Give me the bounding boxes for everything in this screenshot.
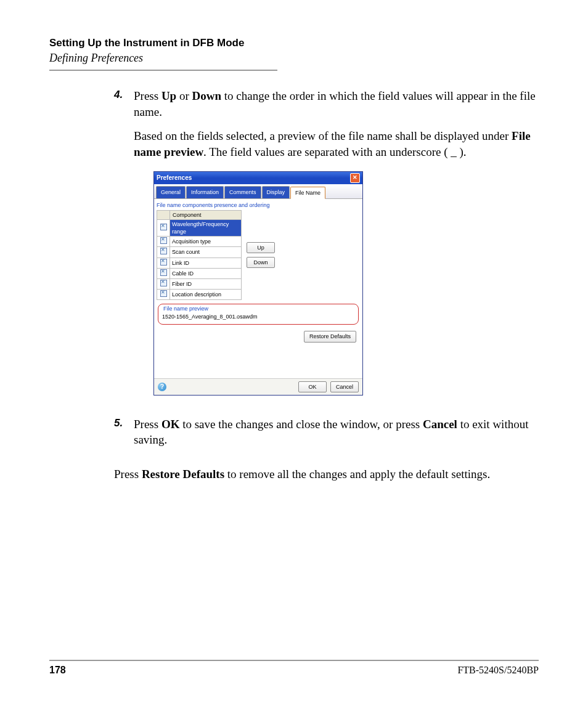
table-row[interactable]: Acquisition type (157, 237, 242, 247)
components-table[interactable]: Component Wavelength/Frequency rangeAcqu… (157, 210, 242, 300)
preview-value: 1520-1565_Averaging_8_001.osawdm (162, 313, 354, 320)
tabstrip: GeneralInformationCommentsDisplayFile Na… (154, 184, 362, 199)
checkbox-icon[interactable] (160, 259, 167, 266)
step-4: 4. Press Up or Down to change the order … (114, 88, 539, 407)
text: Press (134, 89, 161, 102)
text: to save the changes and close the window… (179, 418, 423, 431)
panel-label: File name components presence and orderi… (157, 201, 360, 209)
checkbox-icon[interactable] (160, 290, 167, 297)
cancel-button[interactable]: Cancel (330, 381, 359, 392)
component-label: Link ID (170, 258, 242, 268)
component-label: Acquisition type (170, 237, 242, 247)
ok-button[interactable]: OK (298, 381, 327, 392)
bold-restore: Restore Defaults (142, 468, 224, 481)
step-5-para: Press OK to save the changes and close t… (134, 416, 539, 448)
checkbox-icon[interactable] (160, 248, 167, 254)
dialog-footer: ? OK Cancel (154, 378, 362, 395)
component-label: Cable ID (170, 268, 242, 278)
step-number: 5. (114, 416, 134, 456)
dialog-title: Preferences (157, 174, 192, 182)
bold-ok: OK (161, 418, 180, 431)
component-label: Scan count (170, 247, 242, 258)
subsection-title: Defining Preferences (49, 52, 539, 65)
column-header: Component (170, 210, 242, 219)
up-button[interactable]: Up (247, 242, 275, 253)
section-title: Setting Up the Instrument in DFB Mode (49, 37, 539, 49)
step-number: 4. (114, 88, 134, 407)
text: . The field values are separated with an… (203, 145, 466, 158)
header-rule (49, 70, 277, 71)
text: or (176, 89, 192, 102)
step-4-para-1: Press Up or Down to change the order in … (134, 88, 539, 120)
checkbox-icon[interactable] (160, 280, 167, 286)
filename-preview-box: File name preview 1520-1565_Averaging_8_… (158, 304, 359, 325)
down-button[interactable]: Down (247, 257, 275, 268)
component-label: Wavelength/Frequency range (170, 219, 242, 236)
footer-rule (49, 660, 539, 661)
table-row[interactable]: Scan count (157, 247, 242, 258)
preview-legend: File name preview (162, 305, 210, 312)
table-row[interactable]: Cable ID (157, 268, 242, 278)
document-id: FTB-5240S/5240BP (457, 665, 539, 676)
tab-comments[interactable]: Comments (224, 186, 261, 198)
table-row[interactable]: Wavelength/Frequency range (157, 219, 242, 236)
checkbox-icon[interactable] (160, 224, 167, 230)
tab-file-name[interactable]: File Name (290, 187, 325, 199)
bold-cancel: Cancel (423, 418, 457, 431)
bold-up: Up (161, 89, 176, 102)
table-row[interactable]: Location description (157, 289, 242, 299)
page-number: 178 (49, 665, 66, 676)
text: Based on the fields selected, a preview … (134, 129, 512, 142)
text: Press (134, 418, 161, 431)
tab-general[interactable]: General (156, 186, 186, 198)
restore-defaults-button[interactable]: Restore Defaults (304, 331, 356, 342)
bold-down: Down (192, 89, 222, 102)
table-row[interactable]: Link ID (157, 258, 242, 268)
text: to remove all the changes and apply the … (224, 468, 490, 481)
step-4-para-2: Based on the fields selected, a preview … (134, 128, 539, 160)
checkbox-icon[interactable] (160, 237, 167, 244)
text: Press (114, 468, 142, 481)
tab-display[interactable]: Display (262, 186, 290, 198)
checkbox-icon[interactable] (160, 269, 167, 276)
table-row[interactable]: Fiber ID (157, 278, 242, 289)
post-paragraph: Press Restore Defaults to remove all the… (114, 466, 539, 482)
titlebar: Preferences ✕ (154, 172, 362, 184)
component-label: Location description (170, 289, 242, 299)
step-5: 5. Press OK to save the changes and clos… (114, 416, 539, 456)
component-label: Fiber ID (170, 278, 242, 289)
preferences-dialog: Preferences ✕ GeneralInformationComments… (153, 171, 363, 396)
close-icon[interactable]: ✕ (350, 173, 360, 183)
help-icon[interactable]: ? (158, 383, 166, 391)
tab-information[interactable]: Information (186, 186, 224, 198)
